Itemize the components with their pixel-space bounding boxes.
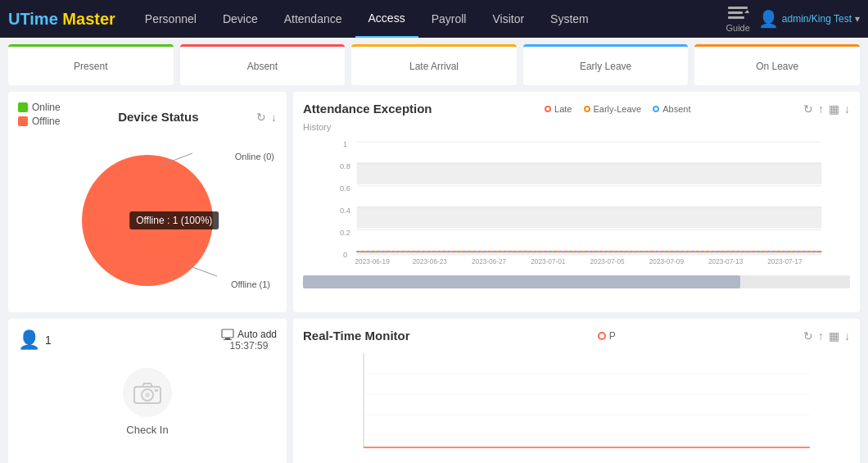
checkin-count: 1 (45, 334, 52, 347)
realtime-download-icon[interactable]: ↓ (844, 329, 850, 343)
device-legend: Online Offline (18, 102, 61, 127)
att-legend-early: Early-Leave (584, 104, 642, 114)
legend-offline: Offline (18, 116, 61, 127)
auto-add-time: 15:37:59 (230, 340, 269, 352)
offline-pie-label: Offline (1) (231, 279, 270, 289)
history-label: History (303, 122, 850, 132)
guide-label: Guide (726, 23, 749, 33)
att-download-icon[interactable]: ↓ (844, 102, 850, 116)
summary-card-early-leave[interactable]: Early Leave (523, 44, 689, 85)
user-menu[interactable]: 👤 admin/King Test ▾ (758, 9, 860, 29)
realtime-bar-icon[interactable]: ▦ (829, 329, 839, 343)
svg-text:0.6: 0.6 (340, 184, 350, 193)
main-nav: Personnel Device Attendance Access Payro… (132, 0, 726, 38)
top-row: Online Offline Device Status ↻ ↓ (8, 92, 860, 312)
nav-system[interactable]: System (537, 0, 602, 38)
present-label: Present (74, 61, 107, 72)
device-refresh-icon[interactable]: ↻ (256, 111, 266, 124)
user-avatar-icon: 👤 (758, 9, 779, 29)
username: admin/King Test (782, 13, 852, 25)
nav-visitor[interactable]: Visitor (479, 0, 537, 38)
online-pie-label: Online (0) (235, 152, 274, 161)
att-refresh-icon[interactable]: ↻ (803, 102, 813, 116)
logo-time: Time (20, 10, 57, 29)
realtime-refresh-icon[interactable]: ↻ (803, 329, 813, 343)
logo-master: Master (62, 10, 115, 29)
offline-legend-label: Offline (32, 116, 60, 127)
on-leave-label: On Leave (756, 61, 798, 72)
offline-pie-text: Offline (1) (231, 279, 270, 289)
absent-label: Absent (247, 61, 278, 72)
realtime-chart-area (303, 349, 850, 463)
attendance-legend: Late Early-Leave Absent (545, 104, 690, 114)
device-status-title: Device Status (118, 110, 198, 124)
realtime-legend-label: P (609, 330, 616, 342)
att-upload-icon[interactable]: ↑ (818, 102, 824, 116)
online-legend-label: Online (32, 102, 61, 113)
realtime-title: Real-Time Monitor (303, 329, 410, 343)
checkin-panel: 👤 1 Auto add 15:37:59 (8, 319, 287, 463)
att-late-label: Late (554, 104, 572, 114)
auto-add-text: Auto add (237, 329, 277, 340)
summary-card-on-leave[interactable]: On Leave (694, 44, 860, 85)
svg-rect-14 (357, 207, 822, 229)
person-icon: 👤 (18, 329, 40, 351)
nav-payroll[interactable]: Payroll (418, 0, 480, 38)
svg-rect-0 (728, 7, 748, 9)
header-right: Guide 👤 admin/King Test ▾ (726, 5, 860, 33)
summary-card-present[interactable]: Present (8, 44, 174, 85)
realtime-actions: ↻ ↑ ▦ ↓ (803, 329, 850, 343)
att-bar-icon[interactable]: ▦ (829, 102, 839, 116)
offline-dot (18, 116, 28, 126)
attendance-chart-area: 1 0.8 0.6 0.4 0.2 0 (303, 138, 850, 286)
svg-rect-34 (225, 338, 230, 339)
svg-text:2023-07-05: 2023-07-05 (590, 258, 626, 266)
summary-card-absent[interactable]: Absent (180, 44, 346, 85)
checkin-count-area: 👤 1 (18, 329, 52, 351)
attendance-chart-svg: 1 0.8 0.6 0.4 0.2 0 (303, 138, 850, 270)
svg-text:2023-07-01: 2023-07-01 (531, 258, 566, 266)
device-pie-chart: Offline : 1 (100%) Online (0) Offline (1… (66, 138, 229, 302)
device-download-icon[interactable]: ↓ (271, 111, 277, 124)
camera-icon (123, 368, 172, 417)
svg-rect-1 (728, 11, 743, 14)
checkin-top-row: 👤 1 Auto add 15:37:59 (18, 329, 277, 352)
chart-scrollbar[interactable] (303, 275, 850, 288)
att-dot-late (545, 106, 551, 112)
svg-rect-13 (357, 162, 822, 184)
nav-device[interactable]: Device (210, 0, 271, 38)
nav-attendance[interactable]: Attendance (271, 0, 355, 38)
chart-scroll-thumb[interactable] (303, 275, 740, 288)
svg-text:0.2: 0.2 (340, 229, 350, 237)
realtime-legend: P (598, 330, 616, 342)
svg-rect-15 (357, 250, 822, 255)
auto-add-area: Auto add 15:37:59 (221, 329, 277, 352)
attendance-actions: ↻ ↑ ▦ ↓ (803, 102, 850, 116)
svg-text:2023-06-23: 2023-06-23 (413, 258, 448, 266)
device-status-actions: ↻ ↓ (256, 111, 277, 124)
att-legend-late: Late (545, 104, 572, 114)
svg-point-38 (145, 393, 150, 397)
nav-access[interactable]: Access (355, 0, 418, 38)
main-content: Online Offline Device Status ↻ ↓ (0, 92, 868, 463)
guide-button[interactable]: Guide (726, 5, 749, 33)
att-early-label: Early-Leave (594, 104, 642, 114)
camera-svg (133, 381, 161, 404)
svg-text:2023-06-27: 2023-06-27 (472, 258, 507, 266)
nav-personnel[interactable]: Personnel (132, 0, 210, 38)
summary-row: Present Absent Late Arrival Early Leave … (0, 38, 868, 92)
realtime-header: Real-Time Monitor P ↻ ↑ ▦ ↓ (303, 329, 850, 343)
device-status-header: Online Offline Device Status ↻ ↓ (18, 102, 277, 132)
attendance-header: Attendance Exception Late Early-Leave Ab… (303, 102, 850, 116)
svg-text:0: 0 (343, 251, 347, 259)
summary-card-late[interactable]: Late Arrival (351, 44, 517, 85)
monitor-icon (221, 329, 234, 340)
pie-svg (66, 138, 229, 302)
svg-point-4 (82, 155, 213, 286)
late-label: Late Arrival (409, 61, 459, 72)
attendance-title: Attendance Exception (303, 102, 432, 116)
svg-text:2023-07-17: 2023-07-17 (767, 258, 802, 266)
svg-text:2023-07-13: 2023-07-13 (708, 258, 744, 266)
early-leave-label: Early Leave (580, 61, 631, 72)
realtime-upload-icon[interactable]: ↑ (818, 329, 824, 343)
